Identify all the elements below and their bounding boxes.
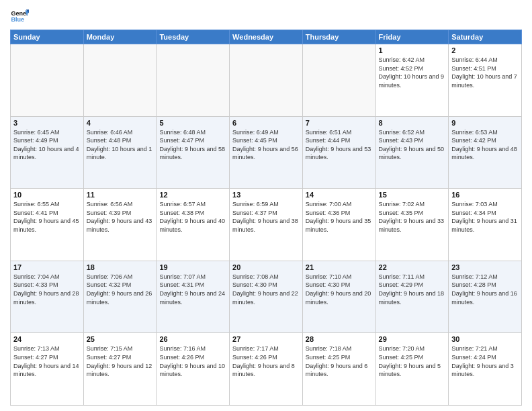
calendar-cell: 7Sunrise: 6:51 AMSunset: 4:44 PMDaylight… <box>302 116 375 189</box>
day-info: Sunrise: 6:56 AMSunset: 4:39 PMDaylight:… <box>87 200 154 234</box>
calendar-cell: 24Sunrise: 7:13 AMSunset: 4:27 PMDayligh… <box>11 333 84 406</box>
day-info: Sunrise: 7:10 AMSunset: 4:30 PMDaylight:… <box>306 273 373 306</box>
calendar-cell <box>230 44 303 117</box>
day-number: 2 <box>451 46 519 54</box>
calendar-cell: 16Sunrise: 7:03 AMSunset: 4:34 PMDayligh… <box>449 189 522 261</box>
day-number: 25 <box>87 335 154 343</box>
day-number: 21 <box>306 263 373 271</box>
day-info: Sunrise: 7:06 AMSunset: 4:32 PMDaylight:… <box>87 273 154 306</box>
week-row-3: 10Sunrise: 6:55 AMSunset: 4:41 PMDayligh… <box>11 189 522 261</box>
day-info: Sunrise: 7:11 AMSunset: 4:29 PMDaylight:… <box>379 273 446 306</box>
calendar-cell: 5Sunrise: 6:48 AMSunset: 4:47 PMDaylight… <box>157 116 230 189</box>
week-row-4: 17Sunrise: 7:04 AMSunset: 4:33 PMDayligh… <box>11 261 522 333</box>
day-number: 28 <box>306 335 373 343</box>
day-info: Sunrise: 7:15 AMSunset: 4:27 PMDaylight:… <box>87 345 154 378</box>
day-number: 20 <box>232 263 300 271</box>
day-info: Sunrise: 7:20 AMSunset: 4:25 PMDaylight:… <box>379 345 446 378</box>
day-number: 29 <box>379 335 446 343</box>
calendar-cell: 2Sunrise: 6:44 AMSunset: 4:51 PMDaylight… <box>449 44 522 117</box>
day-number: 22 <box>379 263 446 271</box>
calendar-cell: 26Sunrise: 7:16 AMSunset: 4:26 PMDayligh… <box>157 333 230 406</box>
calendar-table: SundayMondayTuesdayWednesdayThursdayFrid… <box>10 30 522 406</box>
calendar-cell: 20Sunrise: 7:08 AMSunset: 4:30 PMDayligh… <box>230 261 303 333</box>
day-header-friday: Friday <box>375 30 449 44</box>
calendar-cell: 15Sunrise: 7:02 AMSunset: 4:35 PMDayligh… <box>375 189 449 261</box>
calendar-cell: 27Sunrise: 7:17 AMSunset: 4:26 PMDayligh… <box>230 333 303 406</box>
header-row: SundayMondayTuesdayWednesdayThursdayFrid… <box>11 30 522 44</box>
day-number: 13 <box>232 191 300 199</box>
calendar-cell: 28Sunrise: 7:18 AMSunset: 4:25 PMDayligh… <box>302 333 375 406</box>
day-number: 12 <box>159 191 226 199</box>
day-number: 8 <box>379 119 446 127</box>
day-info: Sunrise: 7:16 AMSunset: 4:26 PMDaylight:… <box>159 345 226 378</box>
day-info: Sunrise: 7:07 AMSunset: 4:31 PMDaylight:… <box>159 273 226 306</box>
calendar-cell: 29Sunrise: 7:20 AMSunset: 4:25 PMDayligh… <box>375 333 449 406</box>
calendar-cell: 4Sunrise: 6:46 AMSunset: 4:48 PMDaylight… <box>83 116 157 189</box>
week-row-2: 3Sunrise: 6:45 AMSunset: 4:49 PMDaylight… <box>11 116 522 189</box>
day-header-saturday: Saturday <box>449 30 522 44</box>
calendar-cell: 14Sunrise: 7:00 AMSunset: 4:36 PMDayligh… <box>302 189 375 261</box>
svg-text:Blue: Blue <box>11 16 24 23</box>
day-number: 18 <box>87 263 154 271</box>
calendar-cell: 19Sunrise: 7:07 AMSunset: 4:31 PMDayligh… <box>157 261 230 333</box>
day-number: 14 <box>306 191 373 199</box>
day-number: 23 <box>451 263 519 271</box>
logo: General Blue <box>10 7 29 26</box>
day-info: Sunrise: 6:44 AMSunset: 4:51 PMDaylight:… <box>451 56 519 89</box>
day-info: Sunrise: 6:51 AMSunset: 4:44 PMDaylight:… <box>306 128 373 162</box>
day-info: Sunrise: 7:12 AMSunset: 4:28 PMDaylight:… <box>451 273 519 306</box>
day-number: 10 <box>13 191 81 199</box>
day-info: Sunrise: 6:55 AMSunset: 4:41 PMDaylight:… <box>13 200 81 234</box>
day-number: 16 <box>451 191 519 199</box>
day-number: 3 <box>13 119 81 127</box>
day-info: Sunrise: 7:13 AMSunset: 4:27 PMDaylight:… <box>13 345 81 378</box>
day-header-monday: Monday <box>83 30 157 44</box>
page-header: General Blue <box>10 7 522 26</box>
day-info: Sunrise: 6:45 AMSunset: 4:49 PMDaylight:… <box>13 128 81 162</box>
calendar-cell: 8Sunrise: 6:52 AMSunset: 4:43 PMDaylight… <box>375 116 449 189</box>
week-row-1: 1Sunrise: 6:42 AMSunset: 4:52 PMDaylight… <box>11 44 522 117</box>
calendar-cell <box>302 44 375 117</box>
calendar-cell: 18Sunrise: 7:06 AMSunset: 4:32 PMDayligh… <box>83 261 157 333</box>
day-number: 17 <box>13 263 81 271</box>
day-info: Sunrise: 7:00 AMSunset: 4:36 PMDaylight:… <box>306 200 373 234</box>
day-number: 9 <box>451 119 519 127</box>
day-info: Sunrise: 7:04 AMSunset: 4:33 PMDaylight:… <box>13 273 81 306</box>
day-info: Sunrise: 6:42 AMSunset: 4:52 PMDaylight:… <box>379 56 446 89</box>
calendar-cell: 23Sunrise: 7:12 AMSunset: 4:28 PMDayligh… <box>449 261 522 333</box>
day-info: Sunrise: 6:53 AMSunset: 4:42 PMDaylight:… <box>451 128 519 162</box>
calendar-cell: 10Sunrise: 6:55 AMSunset: 4:41 PMDayligh… <box>11 189 84 261</box>
calendar-cell: 12Sunrise: 6:57 AMSunset: 4:38 PMDayligh… <box>157 189 230 261</box>
day-info: Sunrise: 7:03 AMSunset: 4:34 PMDaylight:… <box>451 200 519 234</box>
day-number: 30 <box>451 335 519 343</box>
day-header-thursday: Thursday <box>302 30 375 44</box>
day-number: 15 <box>379 191 446 199</box>
day-number: 19 <box>159 263 226 271</box>
calendar-cell: 25Sunrise: 7:15 AMSunset: 4:27 PMDayligh… <box>83 333 157 406</box>
calendar-cell <box>11 44 84 117</box>
week-row-5: 24Sunrise: 7:13 AMSunset: 4:27 PMDayligh… <box>11 333 522 406</box>
calendar-cell: 13Sunrise: 6:59 AMSunset: 4:37 PMDayligh… <box>230 189 303 261</box>
calendar-cell: 30Sunrise: 7:21 AMSunset: 4:24 PMDayligh… <box>449 333 522 406</box>
day-info: Sunrise: 6:57 AMSunset: 4:38 PMDaylight:… <box>159 200 226 234</box>
day-info: Sunrise: 7:17 AMSunset: 4:26 PMDaylight:… <box>232 345 300 378</box>
calendar-cell: 1Sunrise: 6:42 AMSunset: 4:52 PMDaylight… <box>375 44 449 117</box>
calendar-cell: 17Sunrise: 7:04 AMSunset: 4:33 PMDayligh… <box>11 261 84 333</box>
day-header-tuesday: Tuesday <box>157 30 230 44</box>
day-info: Sunrise: 6:46 AMSunset: 4:48 PMDaylight:… <box>87 128 154 162</box>
day-number: 24 <box>13 335 81 343</box>
day-number: 26 <box>159 335 226 343</box>
day-number: 11 <box>87 191 154 199</box>
day-info: Sunrise: 7:21 AMSunset: 4:24 PMDaylight:… <box>451 345 519 378</box>
day-info: Sunrise: 6:49 AMSunset: 4:45 PMDaylight:… <box>232 128 300 162</box>
day-number: 4 <box>87 119 154 127</box>
day-header-sunday: Sunday <box>11 30 84 44</box>
day-info: Sunrise: 6:48 AMSunset: 4:47 PMDaylight:… <box>159 128 226 162</box>
calendar-cell: 22Sunrise: 7:11 AMSunset: 4:29 PMDayligh… <box>375 261 449 333</box>
calendar-cell: 6Sunrise: 6:49 AMSunset: 4:45 PMDaylight… <box>230 116 303 189</box>
day-info: Sunrise: 7:02 AMSunset: 4:35 PMDaylight:… <box>379 200 446 234</box>
day-number: 5 <box>159 119 226 127</box>
calendar-cell <box>83 44 157 117</box>
calendar-cell <box>157 44 230 117</box>
logo-icon: General Blue <box>10 7 29 26</box>
